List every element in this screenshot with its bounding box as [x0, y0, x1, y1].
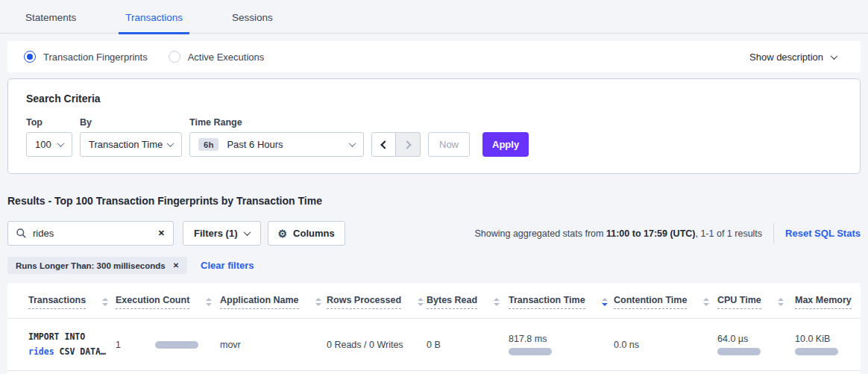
aggregated-stats-text: Showing aggregated stats from 11:00 to 1… — [474, 228, 762, 239]
transaction-time-value: 817.8 ms — [509, 334, 614, 344]
chevron-right-icon — [403, 140, 411, 149]
chevron-down-icon — [167, 140, 174, 147]
sort-icons — [778, 298, 784, 306]
apply-button[interactable]: Apply — [482, 132, 529, 157]
vertical-divider — [773, 223, 774, 243]
sort-icons — [315, 298, 321, 306]
transactions-table: Transactions Execution Count Application… — [7, 283, 861, 371]
column-header-max-memory[interactable]: Max Memory — [795, 295, 868, 309]
sort-icons — [206, 298, 212, 306]
search-criteria-card: Search Criteria Top 100 By Transaction T… — [7, 78, 861, 174]
cpu-time-value: 64.0 µs — [717, 334, 795, 344]
time-range-field: Time Range 6h Past 6 Hours — [189, 117, 364, 157]
radio-label: Active Executions — [188, 52, 265, 63]
gear-icon: ⚙ — [278, 228, 288, 239]
reset-sql-stats-link[interactable]: Reset SQL Stats — [785, 228, 861, 239]
show-description-label: Show description — [749, 52, 823, 63]
application-name-value: movr — [220, 340, 241, 350]
now-button[interactable]: Now — [428, 132, 470, 157]
by-select[interactable]: Transaction Time — [80, 132, 182, 157]
results-controls: ✕ Filters (1) ⚙ Columns Showing aggregat… — [7, 221, 861, 246]
sort-icons — [703, 298, 709, 306]
tab-statements[interactable]: Statements — [19, 12, 83, 34]
radio-unselected-icon — [169, 51, 180, 63]
column-header-transaction-time[interactable]: Transaction Time — [509, 295, 608, 309]
clear-filters-link[interactable]: Clear filters — [201, 260, 254, 271]
max-memory-cell: 10.0 KiB — [795, 334, 861, 355]
transaction-fingerprint-link[interactable]: IMPORT INTO rides CSV DATA… — [28, 330, 116, 359]
sort-icons — [418, 298, 424, 306]
time-range-value: Past 6 Hours — [227, 139, 283, 150]
by-select-value: Transaction Time — [89, 139, 163, 150]
sort-icons-active-desc — [602, 298, 608, 306]
filters-button-label: Filters (1) — [194, 228, 238, 239]
columns-button[interactable]: ⚙ Columns — [268, 221, 345, 246]
search-criteria-form: Top 100 By Transaction Time Time Range 6… — [26, 117, 842, 157]
show-description-toggle[interactable]: Show description — [749, 52, 837, 63]
radio-active-executions[interactable]: Active Executions — [169, 51, 265, 63]
column-header-application-name[interactable]: Application Name — [220, 295, 321, 309]
active-filters-row: Runs Longer Than: 300 milliseconds ✕ Cle… — [7, 257, 861, 274]
tab-sessions[interactable]: Sessions — [225, 12, 280, 34]
column-header-transactions[interactable]: Transactions — [28, 295, 108, 309]
time-range-select[interactable]: 6h Past 6 Hours — [189, 132, 364, 157]
column-header-rows-processed[interactable]: Rows Processed — [327, 295, 424, 309]
radio-label: Transaction Fingerprints — [43, 52, 148, 63]
results-table-card: Transactions Execution Count Application… — [7, 283, 861, 374]
search-icon — [16, 228, 26, 238]
radio-selected-icon — [24, 51, 36, 63]
bytes-read-value: 0 B — [427, 340, 441, 350]
execution-count-bar — [155, 341, 198, 349]
clear-search-icon[interactable]: ✕ — [158, 228, 165, 238]
search-input[interactable] — [33, 228, 151, 239]
column-header-contention-time[interactable]: Contention Time — [614, 295, 709, 309]
search-match-highlight: rides — [28, 346, 54, 357]
top-field: Top 100 — [26, 117, 72, 157]
top-select-value: 100 — [35, 139, 51, 150]
column-header-cpu-time[interactable]: CPU Time — [717, 295, 784, 309]
filters-button[interactable]: Filters (1) — [183, 221, 261, 246]
transaction-time-cell: 817.8 ms — [509, 334, 614, 355]
filter-chip-label: Runs Longer Than: 300 milliseconds — [16, 261, 166, 270]
tab-transactions[interactable]: Transactions — [119, 12, 189, 34]
max-memory-value: 10.0 KiB — [795, 334, 861, 344]
chevron-down-icon — [349, 140, 356, 147]
filter-chip-runs-longer-than[interactable]: Runs Longer Than: 300 milliseconds ✕ — [7, 257, 187, 274]
top-select[interactable]: 100 — [26, 132, 72, 157]
execution-count-cell: 1 — [116, 340, 220, 350]
column-header-bytes-read[interactable]: Bytes Read — [427, 295, 500, 309]
cpu-time-cell: 64.0 µs — [717, 334, 795, 355]
page-tabs: Statements Transactions Sessions — [0, 0, 868, 34]
max-memory-bar — [795, 348, 838, 355]
table-header-row: Transactions Execution Count Application… — [7, 283, 861, 319]
rows-processed-value: 0 Reads / 0 Writes — [327, 340, 403, 350]
sort-icons — [102, 298, 108, 306]
results-search-box[interactable]: ✕ — [7, 221, 174, 246]
chevron-left-icon — [380, 140, 389, 149]
next-time-window-button-disabled[interactable] — [396, 132, 421, 157]
by-field: By Transaction Time — [80, 117, 182, 157]
chevron-down-icon — [243, 228, 251, 236]
top-label: Top — [26, 117, 72, 128]
execution-count-value: 1 — [116, 340, 121, 350]
time-range-label: Time Range — [189, 117, 364, 128]
time-window-arrows — [371, 132, 421, 157]
column-header-execution-count[interactable]: Execution Count — [116, 295, 212, 309]
table-row: IMPORT INTO rides CSV DATA… 1 movr 0 Rea… — [7, 319, 861, 371]
sort-icons — [494, 298, 500, 306]
remove-filter-icon[interactable]: ✕ — [173, 261, 179, 269]
chevron-down-icon — [831, 52, 838, 60]
stats-time-range: 11:00 to 17:59 (UTC) — [606, 228, 695, 239]
by-label: By — [80, 117, 182, 128]
previous-time-window-button[interactable] — [371, 132, 396, 157]
results-heading: Results - Top 100 Transaction Fingerprin… — [7, 195, 861, 207]
view-mode-bar: Transaction Fingerprints Active Executio… — [7, 41, 861, 72]
chevron-down-icon — [57, 140, 65, 147]
cpu-time-bar — [717, 348, 761, 355]
radio-transaction-fingerprints[interactable]: Transaction Fingerprints — [24, 51, 148, 63]
time-range-badge: 6h — [198, 138, 218, 151]
search-criteria-title: Search Criteria — [26, 93, 842, 105]
columns-button-label: Columns — [293, 228, 335, 239]
contention-time-value: 0.0 ns — [614, 340, 639, 350]
transaction-time-bar — [509, 348, 552, 355]
